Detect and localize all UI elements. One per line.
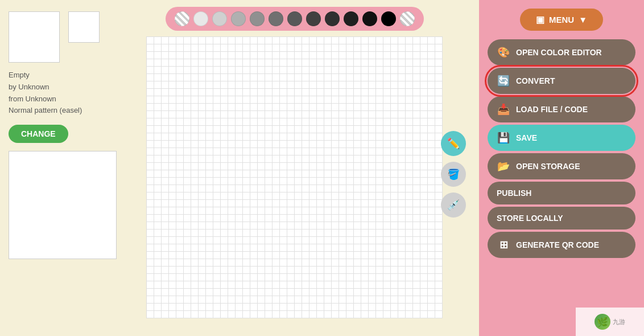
grid-cell[interactable] <box>154 311 162 318</box>
grid-cell[interactable] <box>258 89 265 96</box>
grid-cell[interactable] <box>413 200 420 207</box>
grid-cell[interactable] <box>191 267 199 274</box>
grid-cell[interactable] <box>413 67 420 74</box>
grid-cell[interactable] <box>317 237 324 244</box>
grid-cell[interactable] <box>221 200 228 207</box>
grid-cell[interactable] <box>280 44 287 52</box>
grid-cell[interactable] <box>413 207 420 215</box>
grid-cell[interactable] <box>236 185 243 192</box>
grid-cell[interactable] <box>361 155 369 163</box>
grid-cell[interactable] <box>280 274 287 281</box>
grid-cell[interactable] <box>154 207 162 215</box>
grid-cell[interactable] <box>383 52 391 59</box>
grid-cell[interactable] <box>317 230 324 237</box>
grid-cell[interactable] <box>206 170 213 178</box>
grid-cell[interactable] <box>324 155 332 163</box>
grid-cell[interactable] <box>147 244 154 252</box>
grid-cell[interactable] <box>413 170 420 178</box>
grid-cell[interactable] <box>383 111 391 118</box>
grid-cell[interactable] <box>295 252 302 259</box>
grid-cell[interactable] <box>191 192 199 200</box>
grid-cell[interactable] <box>317 67 324 74</box>
grid-cell[interactable] <box>398 96 406 104</box>
grid-cell[interactable] <box>324 170 332 178</box>
grid-cell[interactable] <box>346 67 354 74</box>
grid-cell[interactable] <box>154 215 162 222</box>
grid-cell[interactable] <box>258 267 265 274</box>
change-button[interactable]: CHANGE <box>9 125 68 143</box>
grid-cell[interactable] <box>184 96 191 104</box>
grid-cell[interactable] <box>147 89 154 96</box>
grid-cell[interactable] <box>273 289 280 296</box>
grid-cell[interactable] <box>361 141 369 148</box>
grid-cell[interactable] <box>287 155 295 163</box>
grid-cell[interactable] <box>273 200 280 207</box>
grid-cell[interactable] <box>406 67 413 74</box>
grid-cell[interactable] <box>420 230 428 237</box>
grid-cell[interactable] <box>169 267 176 274</box>
grid-cell[interactable] <box>295 274 302 281</box>
grid-cell[interactable] <box>302 237 309 244</box>
grid-cell[interactable] <box>295 74 302 81</box>
grid-cell[interactable] <box>383 37 391 44</box>
grid-cell[interactable] <box>428 59 435 67</box>
grid-cell[interactable] <box>428 296 435 304</box>
grid-cell[interactable] <box>213 304 221 311</box>
grid-cell[interactable] <box>361 267 369 274</box>
grid-cell[interactable] <box>280 141 287 148</box>
grid-cell[interactable] <box>361 185 369 192</box>
grid-cell[interactable] <box>354 163 361 170</box>
grid-cell[interactable] <box>324 259 332 267</box>
grid-cell[interactable] <box>309 104 317 111</box>
grid-cell[interactable] <box>413 111 420 118</box>
grid-cell[interactable] <box>302 141 309 148</box>
grid-cell[interactable] <box>265 118 273 126</box>
grid-cell[interactable] <box>147 148 154 155</box>
grid-cell[interactable] <box>317 104 324 111</box>
grid-cell[interactable] <box>236 155 243 163</box>
grid-cell[interactable] <box>280 133 287 141</box>
grid-cell[interactable] <box>317 178 324 185</box>
grid-cell[interactable] <box>213 111 221 118</box>
grid-cell[interactable] <box>324 274 332 281</box>
grid-cell[interactable] <box>213 81 221 89</box>
grid-cell[interactable] <box>265 185 273 192</box>
grid-cell[interactable] <box>213 170 221 178</box>
grid-cell[interactable] <box>339 74 346 81</box>
grid-cell[interactable] <box>250 267 258 274</box>
grid-cell[interactable] <box>184 289 191 296</box>
grid-cell[interactable] <box>236 126 243 133</box>
grid-cell[interactable] <box>339 289 346 296</box>
grid-cell[interactable] <box>184 81 191 89</box>
grid-cell[interactable] <box>243 230 250 237</box>
grid-cell[interactable] <box>147 81 154 89</box>
grid-cell[interactable] <box>265 74 273 81</box>
grid-cell[interactable] <box>258 237 265 244</box>
grid-cell[interactable] <box>406 59 413 67</box>
grid-cell[interactable] <box>191 37 199 44</box>
grid-cell[interactable] <box>199 111 206 118</box>
grid-cell[interactable] <box>162 259 169 267</box>
grid-cell[interactable] <box>236 244 243 252</box>
grid-cell[interactable] <box>287 81 295 89</box>
grid-cell[interactable] <box>369 267 376 274</box>
grid-cell[interactable] <box>206 230 213 237</box>
grid-cell[interactable] <box>199 67 206 74</box>
grid-cell[interactable] <box>191 215 199 222</box>
grid-cell[interactable] <box>324 67 332 74</box>
color-swatch-dark-gray2[interactable] <box>306 11 321 26</box>
grid-cell[interactable] <box>169 126 176 133</box>
grid-cell[interactable] <box>428 89 435 96</box>
grid-cell[interactable] <box>221 141 228 148</box>
grid-cell[interactable] <box>398 200 406 207</box>
grid-cell[interactable] <box>309 44 317 52</box>
grid-cell[interactable] <box>162 267 169 274</box>
grid-cell[interactable] <box>391 178 398 185</box>
grid-cell[interactable] <box>162 222 169 230</box>
grid-cell[interactable] <box>324 207 332 215</box>
grid-cell[interactable] <box>398 192 406 200</box>
grid-cell[interactable] <box>428 81 435 89</box>
grid-cell[interactable] <box>398 274 406 281</box>
grid-cell[interactable] <box>332 244 339 252</box>
grid-cell[interactable] <box>258 281 265 289</box>
